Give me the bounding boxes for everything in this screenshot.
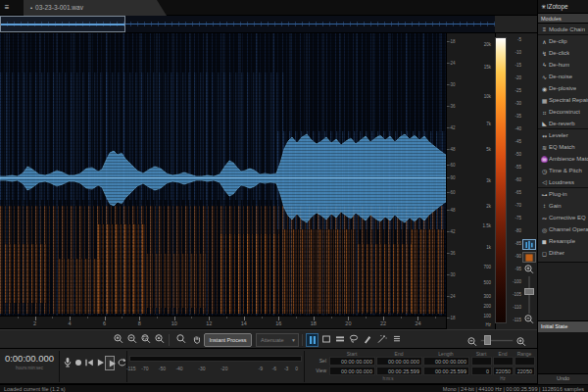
grid-row-label: View — [307, 367, 328, 375]
lasso-selection-tool[interactable] — [347, 333, 360, 347]
module-label: Dither — [549, 250, 564, 256]
grid-value-field[interactable]: 22050 — [493, 367, 514, 375]
toolbar-separator — [302, 334, 303, 346]
grid-value-field[interactable] — [493, 357, 514, 366]
sidebar-item-module-chain[interactable]: ≡Module Chain — [538, 24, 588, 35]
ruler-tick — [226, 317, 227, 318]
mic-button[interactable] — [62, 356, 72, 370]
file-tab[interactable]: •03-23-3-001.wav — [24, 0, 167, 16]
sidebar-item-channel-operations[interactable]: ◎Channel Operations — [538, 223, 588, 235]
ruler-label: 22 — [380, 320, 386, 326]
vertical-zoom-out-icon[interactable] — [522, 314, 536, 325]
rewind-button[interactable] — [83, 356, 93, 370]
instant-process-button[interactable]: Instant Process — [204, 333, 252, 347]
time-unit-label: h:m:s — [307, 376, 469, 382]
sidebar-item-gain[interactable]: ↕Gain — [538, 200, 588, 212]
db-scale-label: -36 — [449, 104, 456, 109]
sidebar-item-leveler[interactable]: ↭Leveler — [538, 129, 588, 141]
db-scale-label: -18 — [449, 39, 456, 44]
zoom-fit-tool[interactable] — [153, 333, 166, 347]
waveform-overview-strip[interactable] — [0, 16, 495, 33]
play-selection-button[interactable] — [105, 356, 115, 370]
zoom-in-tool[interactable] — [112, 333, 124, 347]
frequency-scale-label: 7k — [486, 122, 491, 126]
grid-value-field[interactable] — [471, 357, 492, 366]
frequency-scale-label: 500 — [483, 280, 491, 285]
record-button[interactable] — [73, 356, 82, 370]
output-level-meter: -115-70-50-40-30-20-9-6-30 — [129, 354, 302, 379]
zoom-out-tool[interactable] — [125, 333, 138, 347]
status-bar: Loaded current file (1.2 s) Mono | 24-bi… — [0, 384, 588, 392]
sidebar-item-spectral-repair[interactable]: ▦Spectral Repair — [538, 94, 588, 106]
time-selection-tool[interactable] — [306, 333, 318, 347]
sidebar-item-de-reverb[interactable]: ◣De-reverb — [538, 118, 588, 129]
vertical-zoom-handle[interactable] — [524, 288, 534, 295]
vertical-zoom-slider[interactable] — [522, 276, 536, 314]
instant-process-mode-dropdown[interactable]: Attenuate ▼ — [256, 333, 299, 347]
sidebar-item-plug-in[interactable]: ⊶Plug-in — [538, 188, 588, 200]
history-initial-state-item[interactable]: Initial State — [538, 320, 588, 332]
legend-db-label: -115 — [513, 318, 521, 322]
sidebar-item-de-noise[interactable]: ∿De-noise — [538, 71, 588, 82]
horizontal-zoom-slider[interactable] — [466, 333, 527, 347]
meter-scale-label: -3 — [284, 366, 288, 371]
sidebar-item-corrective-eq[interactable]: ∾Corrective EQ — [538, 212, 588, 223]
app-icon[interactable]: ≡ — [1, 1, 13, 14]
grid-value-field[interactable]: 22050 — [514, 367, 535, 375]
sidebar-item-de-hum[interactable]: ϟDe-hum — [538, 59, 588, 71]
sidebar-item-time-pitch[interactable]: ◷Time & Pitch — [538, 165, 588, 176]
sidebar-item-de-clip[interactable]: ∧De-clip — [538, 35, 588, 47]
spectrogram-view[interactable] — [0, 33, 446, 316]
time-ruler[interactable]: 24681012141618202224 — [0, 316, 446, 329]
sidebar-item-de-plosive[interactable]: ◉De-plosive — [538, 82, 588, 94]
loop-button[interactable] — [116, 356, 125, 370]
dither-icon: ◻ — [540, 250, 549, 257]
meter-scale-label: -9 — [259, 366, 263, 371]
grid-row-label: Sel — [307, 357, 328, 366]
sidebar-item-dither[interactable]: ◻Dither — [538, 247, 588, 259]
grid-value-field[interactable]: 00:00:00.000 — [329, 357, 375, 366]
loudness-icon: ◁ — [540, 178, 549, 185]
ruler-label: 6 — [103, 320, 106, 326]
sidebar-item-loudness[interactable]: ◁Loudness — [538, 176, 588, 188]
sidebar-item-ambience-match[interactable]: ♒Ambience Match — [538, 153, 588, 165]
vertical-zoom-in-icon[interactable] — [522, 264, 536, 275]
de-noise-icon: ∿ — [540, 74, 549, 80]
grid-value-field[interactable]: 00:00:00.000 — [423, 357, 469, 366]
legend-db-label: -70 — [514, 203, 521, 208]
file-info: Mono | 24-bit | 44100 Hz | 00:00:25.599 … — [443, 386, 584, 392]
grid-value-field[interactable]: 00:00:00.000 — [376, 357, 422, 366]
ruler-tick — [331, 317, 332, 318]
module-chain-icon: ≡ — [540, 26, 549, 32]
magnify-tool[interactable] — [174, 333, 187, 347]
chevron-down-icon: ▼ — [291, 334, 296, 346]
brush-selection-tool[interactable] — [361, 333, 373, 347]
play-button[interactable] — [94, 356, 104, 370]
grid-value-field[interactable]: 0 — [471, 367, 492, 375]
horizontal-zoom-handle[interactable] — [484, 335, 491, 345]
waveform-view-toggle-button[interactable] — [522, 239, 536, 250]
legend-db-label: -60 — [514, 177, 521, 182]
grid-value-field[interactable] — [514, 357, 535, 366]
undo-button[interactable]: Undo — [538, 373, 588, 383]
overview-view-region[interactable] — [0, 16, 125, 32]
sidebar-item-deconstruct[interactable]: ⠶Deconstruct — [538, 106, 588, 118]
time-frequency-selection-tool[interactable] — [319, 333, 332, 347]
amplitude-frequency-ruler: -18-24-30-36-42-48-60-90-60-48-42-36-30-… — [446, 33, 495, 329]
selection-list-button[interactable] — [390, 333, 403, 347]
sidebar-item-eq-match[interactable]: ≋EQ Match — [538, 141, 588, 153]
magic-wand-tool[interactable] — [374, 333, 387, 347]
transport-buttons — [62, 356, 125, 370]
grid-value-field[interactable]: 00:00:00.000 — [329, 367, 375, 375]
sidebar-item-resample[interactable]: ◼Resample — [538, 235, 588, 247]
module-label: De-noise — [549, 74, 572, 79]
grid-value-field[interactable]: 00:00:25.599 — [376, 367, 422, 375]
frequency-selection-tool[interactable] — [333, 333, 346, 347]
module-label: Deconstruct — [549, 109, 580, 115]
zoom-selection-tool[interactable] — [139, 333, 152, 347]
sidebar-item-de-click[interactable]: ↯De-click — [538, 47, 588, 59]
grid-value-field[interactable]: 00:00:25.599 — [423, 367, 469, 375]
spectrogram-view-toggle-button[interactable] — [522, 252, 536, 263]
hand-tool[interactable] — [190, 333, 203, 347]
legend-db-label: -80 — [514, 228, 521, 233]
